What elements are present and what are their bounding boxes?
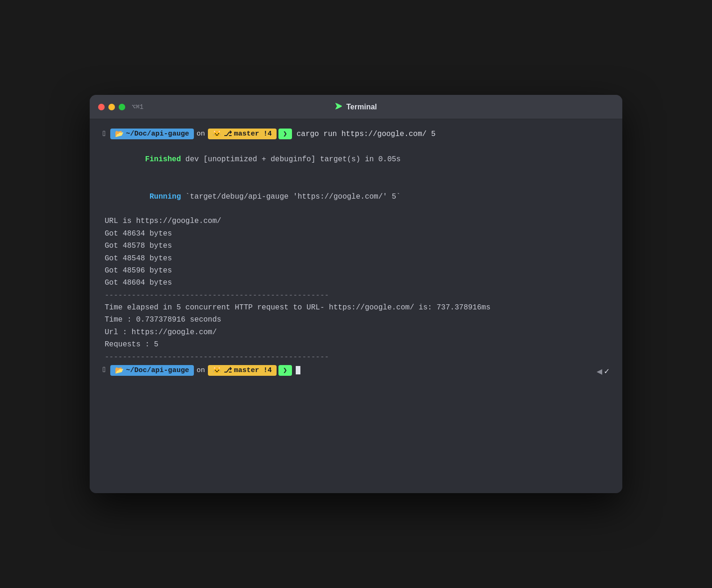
dir-icon-2: 📂 [115, 366, 124, 375]
window-title: ⮞ Terminal [335, 103, 377, 111]
terminal-icon: ⮞ [335, 103, 342, 111]
shortcut-label: ⌥⌘1 [132, 103, 143, 111]
nav-icons: ◀ ✓ [597, 366, 609, 377]
output-finished-line: Finished dev [unoptimized + debuginfo] t… [103, 141, 609, 178]
output-requests: Requests : 5 [103, 338, 609, 351]
finished-keyword: Finished [132, 155, 181, 164]
prompt-arrow-2: ❯ [278, 365, 292, 376]
output-got-3: Got 48548 bytes [103, 252, 609, 265]
running-keyword: Running [132, 193, 181, 201]
prompt-line-1:  📂 ~/Doc/api-gauge on 🐱 ⎇ master !4 ❯ c… [103, 129, 609, 139]
github-icon: 🐱 [213, 129, 221, 138]
output-url-line: URL is https://google.com/ [103, 215, 609, 227]
back-icon[interactable]: ◀ [597, 366, 602, 377]
terminal-window: ⌥⌘1 ⮞ Terminal  📂 ~/Doc/api-gauge on 🐱 … [90, 95, 622, 493]
prompt-branch-2: 🐱 ⎇ master !4 [208, 365, 277, 376]
output-time-seconds: Time : 0.737378916 seconds [103, 314, 609, 326]
output-running-line: Running `target/debug/api-gauge 'https:/… [103, 178, 609, 215]
github-icon-2: 🐱 [213, 366, 221, 375]
prompt-dir-1: 📂 ~/Doc/api-gauge [110, 129, 194, 139]
git-icon: ⎇ [224, 129, 232, 138]
prompt-arrow-1: ❯ [278, 129, 292, 139]
separator-2: ----------------------------------------… [103, 351, 609, 363]
output-got-1: Got 48634 bytes [103, 228, 609, 240]
cursor-container [294, 364, 300, 376]
prompt-branch-1: 🐱 ⎇ master !4 [208, 129, 277, 139]
apple-icon-2:  [103, 366, 107, 374]
close-button[interactable] [98, 104, 105, 110]
prompt-on-1: on [197, 130, 205, 138]
traffic-lights [98, 104, 125, 110]
output-got-4: Got 48596 bytes [103, 265, 609, 277]
bottom-row:  📂 ~/Doc/api-gauge on 🐱 ⎇ master !4 ❯ ◀… [103, 364, 609, 378]
command-text: cargo run https://google.com/ 5 [297, 130, 436, 138]
maximize-button[interactable] [119, 104, 125, 110]
output-got-2: Got 48578 bytes [103, 240, 609, 252]
apple-icon:  [103, 130, 107, 138]
output-time-elapsed: Time elapsed in 5 concurrent HTTP reques… [103, 301, 609, 314]
title-text: Terminal [346, 103, 377, 111]
output-got-5: Got 48604 bytes [103, 277, 609, 289]
prompt-dir-2: 📂 ~/Doc/api-gauge [110, 365, 194, 376]
separator-1: ----------------------------------------… [103, 289, 609, 301]
output-url: Url : https://google.com/ [103, 326, 609, 338]
git-icon-2: ⎇ [224, 366, 232, 375]
terminal-body[interactable]:  📂 ~/Doc/api-gauge on 🐱 ⎇ master !4 ❯ c… [90, 119, 622, 493]
check-icon[interactable]: ✓ [604, 366, 609, 376]
minimize-button[interactable] [108, 104, 115, 110]
prompt-on-2: on [197, 366, 205, 374]
terminal-cursor [296, 366, 300, 374]
titlebar: ⌥⌘1 ⮞ Terminal [90, 95, 622, 119]
dir-icon: 📂 [115, 129, 124, 138]
prompt-line-2:  📂 ~/Doc/api-gauge on 🐱 ⎇ master !4 ❯ [103, 364, 300, 376]
